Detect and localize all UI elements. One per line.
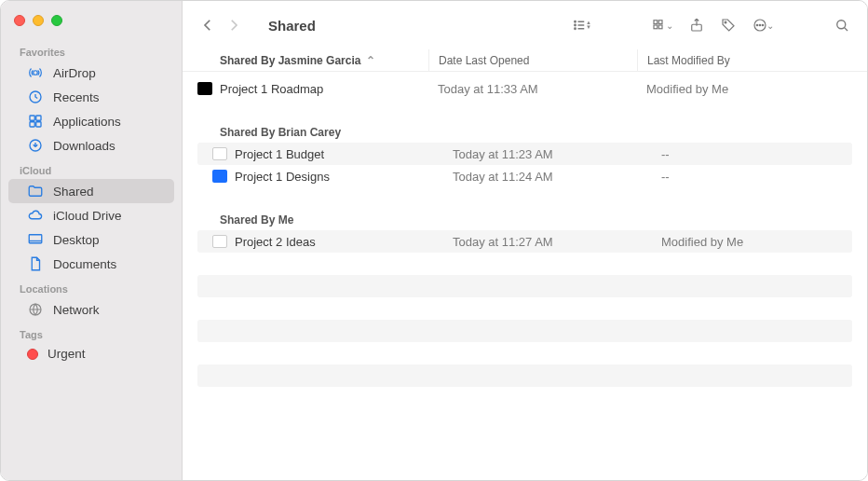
- minimize-window-button[interactable]: [33, 15, 44, 26]
- svg-rect-13: [658, 21, 662, 24]
- sidebar-item-label: Shared: [53, 185, 94, 199]
- sidebar-section-locations: Locations: [1, 276, 182, 297]
- globe-icon: [27, 301, 44, 318]
- svg-point-0: [34, 71, 38, 76]
- file-modified-by: Modified by Me: [637, 82, 867, 96]
- close-window-button[interactable]: [14, 15, 25, 26]
- file-date: Today at 11:27 AM: [443, 235, 652, 249]
- svg-rect-3: [36, 116, 41, 120]
- column-header-date-label: Date Last Opened: [439, 54, 529, 67]
- file-name: Project 1 Designs: [235, 170, 330, 184]
- file-row[interactable]: Project 2 Ideas Today at 11:27 AM Modifi…: [197, 230, 852, 253]
- red-tag-icon: [27, 349, 38, 360]
- sidebar-item-downloads[interactable]: Downloads: [8, 133, 174, 158]
- file-modified-by: --: [652, 147, 852, 161]
- column-header-name[interactable]: Shared By Jasmine Garcia ⌃: [183, 54, 428, 67]
- window-controls: [1, 8, 182, 39]
- sidebar-item-documents[interactable]: Documents: [8, 252, 174, 276]
- svg-point-9: [575, 21, 576, 23]
- svg-point-20: [759, 24, 761, 26]
- sidebar-item-shared[interactable]: Shared: [8, 179, 174, 203]
- file-modified-by: --: [652, 170, 852, 184]
- empty-row-stripe: [197, 275, 852, 297]
- clock-icon: [27, 89, 44, 105]
- sidebar-item-label: Network: [53, 303, 100, 317]
- search-button[interactable]: [830, 12, 854, 38]
- forward-button[interactable]: [222, 12, 246, 38]
- file-icon: [212, 147, 227, 160]
- group-by-button[interactable]: ⌄: [647, 12, 677, 38]
- toolbar: Shared ▲▼ ⌄ ⌄: [183, 1, 867, 49]
- sidebar-section-favorites: Favorites: [1, 39, 182, 61]
- sidebar-item-tag-urgent[interactable]: Urgent: [8, 343, 174, 364]
- chevron-down-icon: ⌄: [666, 21, 673, 31]
- svg-rect-7: [29, 235, 42, 243]
- file-date: Today at 11:24 AM: [443, 170, 652, 184]
- shared-folder-icon: [27, 183, 44, 199]
- sidebar-item-label: AirDrop: [53, 66, 96, 80]
- sidebar-item-label: Documents: [53, 257, 116, 271]
- column-header-date[interactable]: Date Last Opened: [428, 49, 637, 71]
- sidebar-item-label: Downloads: [53, 139, 115, 153]
- file-date: Today at 11:23 AM: [443, 147, 652, 161]
- share-button[interactable]: [685, 12, 709, 38]
- svg-rect-15: [658, 25, 662, 29]
- empty-row-stripe: [197, 364, 852, 387]
- svg-point-19: [756, 24, 758, 26]
- desktop-icon: [27, 231, 44, 248]
- svg-point-21: [762, 24, 764, 26]
- file-icon: [212, 235, 227, 248]
- sidebar-item-label: iCloud Drive: [53, 209, 122, 223]
- sidebar-item-airdrop[interactable]: AirDrop: [8, 61, 174, 85]
- sidebar-item-label: Applications: [53, 115, 121, 129]
- column-header-row: Shared By Jasmine Garcia ⌃ Date Last Ope…: [183, 49, 867, 72]
- column-header-modified-label: Last Modified By: [647, 54, 730, 67]
- file-name: Project 1 Budget: [235, 147, 324, 161]
- file-name: Project 1 Roadmap: [220, 82, 323, 96]
- file-icon: [197, 82, 212, 95]
- sidebar-item-network[interactable]: Network: [8, 297, 174, 322]
- view-mode-button[interactable]: ▲▼: [567, 12, 595, 38]
- file-row[interactable]: Project 1 Roadmap Today at 11:33 AM Modi…: [183, 77, 867, 100]
- file-date: Today at 11:33 AM: [428, 82, 637, 96]
- empty-row-stripe: [197, 320, 852, 342]
- updown-icon: ▲▼: [586, 21, 591, 30]
- sidebar: Favorites AirDrop Recents Applications D…: [1, 1, 183, 480]
- svg-point-22: [837, 21, 846, 29]
- fullscreen-window-button[interactable]: [51, 15, 62, 26]
- group-heading: Shared By Me: [183, 204, 867, 230]
- sidebar-item-desktop[interactable]: Desktop: [8, 227, 174, 252]
- sidebar-item-recents[interactable]: Recents: [8, 85, 174, 109]
- svg-point-11: [575, 28, 576, 30]
- chevron-down-icon: ⌄: [766, 21, 774, 31]
- tag-button[interactable]: [716, 12, 740, 38]
- sidebar-item-applications[interactable]: Applications: [8, 109, 174, 133]
- document-icon: [27, 255, 44, 272]
- svg-point-10: [575, 24, 576, 26]
- svg-rect-2: [30, 116, 34, 120]
- back-button[interactable]: [196, 12, 220, 38]
- main-panel: Shared ▲▼ ⌄ ⌄ Shared By Jasmine Gar: [183, 1, 867, 480]
- file-icon: [212, 170, 227, 183]
- file-name: Project 2 Ideas: [235, 235, 316, 249]
- svg-rect-12: [654, 21, 658, 24]
- file-row[interactable]: Project 1 Designs Today at 11:24 AM --: [197, 165, 852, 187]
- column-header-modified[interactable]: Last Modified By: [637, 49, 867, 71]
- sidebar-section-tags: Tags: [1, 322, 182, 343]
- svg-rect-14: [654, 25, 658, 29]
- applications-icon: [27, 113, 44, 130]
- svg-rect-4: [30, 122, 34, 127]
- nav-buttons: [196, 12, 246, 38]
- file-list: Shared By Jasmine Garcia ⌃ Date Last Ope…: [183, 49, 867, 480]
- cloud-icon: [27, 207, 44, 224]
- sidebar-item-label: Recents: [53, 90, 100, 104]
- sort-ascending-icon: ⌃: [366, 54, 375, 67]
- sidebar-item-label: Desktop: [53, 233, 100, 247]
- file-modified-by: Modified by Me: [652, 235, 852, 249]
- more-actions-button[interactable]: ⌄: [748, 12, 778, 38]
- sidebar-item-icloud-drive[interactable]: iCloud Drive: [8, 203, 174, 227]
- file-row[interactable]: Project 1 Budget Today at 11:23 AM --: [197, 143, 852, 165]
- window-title: Shared: [268, 18, 316, 34]
- airdrop-icon: [27, 64, 44, 81]
- group-heading: Shared By Brian Carey: [183, 117, 867, 143]
